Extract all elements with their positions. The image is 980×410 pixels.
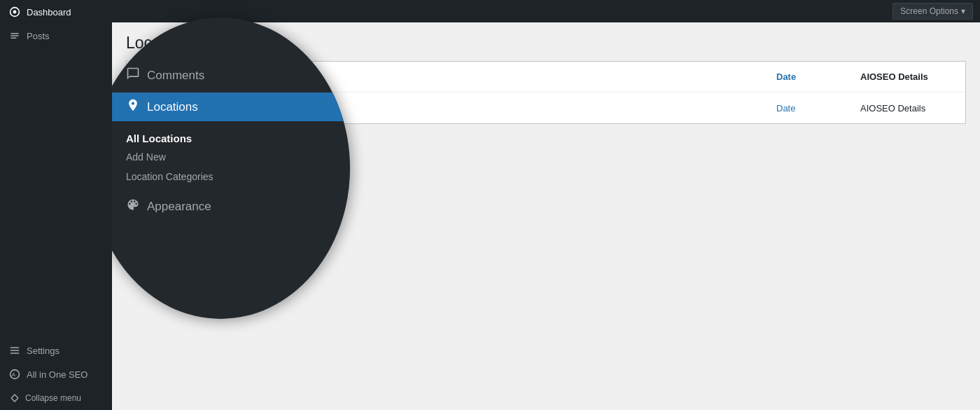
collapse-menu-label: Collapse menu xyxy=(25,393,81,403)
sidebar-item-settings-label: Settings xyxy=(27,346,59,356)
comments-label: Comments xyxy=(147,69,204,83)
aioseo-cell: AIOSEO Details xyxy=(853,97,965,119)
collapse-icon xyxy=(8,392,21,404)
main-content: Screen Options ▾ Locations Add New Date … xyxy=(112,0,980,410)
sidebar: Dashboard Posts Settings A xyxy=(0,0,112,410)
svg-point-1 xyxy=(13,11,17,14)
sidebar-item-settings[interactable]: Settings xyxy=(0,339,112,362)
sidebar-item-aioseo-label: All in One SEO xyxy=(27,369,88,380)
sidebar-item-aioseo[interactable]: A All in One SEO xyxy=(0,362,112,386)
circle-locations-item[interactable]: Locations xyxy=(112,93,350,121)
date-col-header[interactable]: Date xyxy=(769,66,853,88)
location-categories-link[interactable]: Location Categories xyxy=(126,167,329,186)
menu-overlay: Comments Locations All Locations Add New xyxy=(112,39,364,361)
locations-label: Locations xyxy=(147,100,198,114)
svg-rect-4 xyxy=(10,353,20,354)
settings-icon xyxy=(8,344,21,357)
location-pin-icon xyxy=(126,98,140,116)
aioseo-icon: A xyxy=(8,368,21,381)
circle-comments-item[interactable]: Comments xyxy=(126,60,329,93)
dashboard-icon xyxy=(8,6,21,18)
sidebar-item-dashboard[interactable]: Dashboard xyxy=(0,0,112,24)
add-new-location-link[interactable]: Add New xyxy=(126,147,329,167)
sidebar-item-dashboard-label: Dashboard xyxy=(27,7,71,18)
appearance-label: Appearance xyxy=(147,200,211,214)
all-locations-link[interactable]: All Locations xyxy=(126,127,329,147)
comments-icon xyxy=(126,67,140,84)
svg-rect-2 xyxy=(10,347,20,348)
sidebar-item-posts-label: Posts xyxy=(27,31,50,41)
chevron-down-icon: ▾ xyxy=(961,6,965,16)
screen-options-button[interactable]: Screen Options ▾ xyxy=(892,3,973,20)
svg-text:A: A xyxy=(12,371,15,378)
locations-submenu: All Locations Add New Location Categorie… xyxy=(126,127,329,186)
collapse-menu-item[interactable]: Collapse menu xyxy=(0,386,112,410)
screen-options-label: Screen Options xyxy=(900,6,958,16)
posts-icon xyxy=(8,29,21,42)
svg-rect-3 xyxy=(10,350,20,351)
date-cell[interactable]: Date xyxy=(769,97,853,119)
aioseo-col-header: AIOSEO Details xyxy=(853,66,965,88)
circle-appearance-item[interactable]: Appearance xyxy=(126,186,329,221)
sidebar-item-posts[interactable]: Posts xyxy=(0,24,112,48)
appearance-icon xyxy=(126,198,140,215)
